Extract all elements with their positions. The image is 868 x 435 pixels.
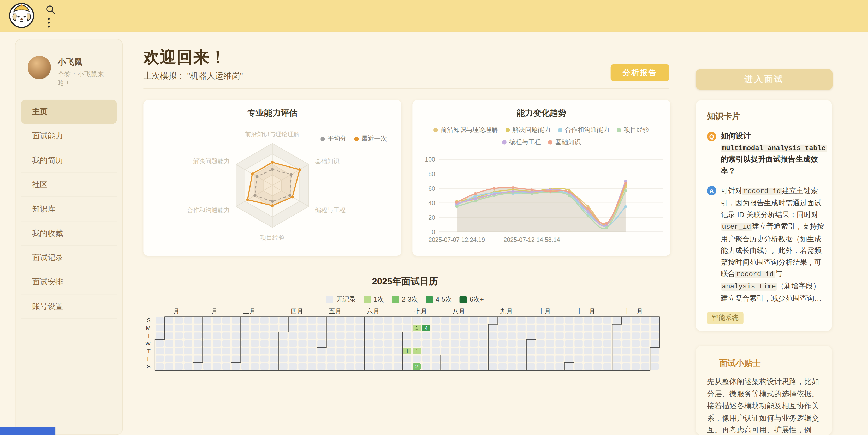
calendar-cell[interactable] (156, 355, 164, 362)
enter-interview-button[interactable]: 进入面试 (696, 69, 833, 90)
trend-legend-item[interactable]: 项目经验 (617, 126, 649, 134)
calendar-cell[interactable] (432, 317, 440, 323)
calendar-cell[interactable] (479, 333, 488, 339)
calendar-cell[interactable] (584, 325, 592, 331)
calendar-cell[interactable] (460, 355, 468, 362)
calendar-cell[interactable] (175, 325, 183, 331)
calendar-cell[interactable] (156, 348, 164, 354)
calendar-cell[interactable] (470, 317, 478, 323)
calendar-cell[interactable] (175, 340, 183, 346)
calendar-cell[interactable] (327, 355, 335, 362)
calendar-cell[interactable] (355, 317, 364, 323)
calendar-cell[interactable] (241, 333, 249, 339)
calendar-cell[interactable] (184, 340, 192, 346)
calendar-cell[interactable] (175, 317, 183, 323)
calendar-cell[interactable] (251, 340, 259, 346)
calendar-cell[interactable] (279, 325, 287, 331)
calendar-cell[interactable] (593, 355, 601, 362)
calendar-cell[interactable] (203, 340, 211, 346)
calendar-cell[interactable] (213, 325, 221, 331)
calendar-cell[interactable] (394, 325, 402, 331)
calendar-cell[interactable] (555, 363, 563, 370)
calendar-cell[interactable] (232, 363, 240, 370)
calendar-cell[interactable] (498, 340, 506, 346)
calendar-cell[interactable] (593, 317, 601, 323)
calendar-cell[interactable] (184, 363, 192, 370)
calendar-cell[interactable] (470, 340, 478, 346)
calendar-cell[interactable] (631, 363, 640, 370)
calendar-cell[interactable] (289, 333, 297, 339)
calendar-cell[interactable] (194, 348, 202, 354)
user-avatar[interactable] (28, 56, 51, 79)
calendar-cell[interactable] (384, 363, 392, 370)
calendar-cell[interactable] (479, 317, 488, 323)
calendar-cell[interactable] (260, 348, 268, 354)
calendar-cell[interactable] (622, 363, 630, 370)
calendar-cell[interactable] (441, 340, 450, 346)
calendar-cell[interactable] (603, 355, 611, 362)
calendar-cell[interactable] (156, 363, 164, 370)
calendar-cell[interactable] (374, 333, 382, 339)
calendar-cell[interactable] (575, 340, 583, 346)
calendar-cell[interactable] (470, 355, 478, 362)
calendar-cell[interactable] (336, 333, 344, 339)
calendar-cell[interactable] (365, 340, 373, 346)
calendar-cell[interactable] (222, 363, 230, 370)
calendar-cell[interactable] (432, 333, 440, 339)
calendar-cell[interactable] (603, 317, 611, 323)
calendar-cell[interactable] (251, 325, 259, 331)
calendar-cell[interactable] (346, 348, 354, 354)
calendar-cell[interactable] (298, 333, 306, 339)
calendar-cell[interactable] (565, 317, 573, 323)
calendar-cell[interactable] (441, 363, 450, 370)
calendar-cell[interactable] (622, 317, 630, 323)
calendar-cell[interactable] (213, 340, 221, 346)
trend-legend-item[interactable]: 合作和沟通能力 (558, 126, 609, 134)
calendar-cell[interactable] (489, 348, 497, 354)
calendar-cell[interactable] (451, 348, 459, 354)
calendar-cell[interactable] (536, 355, 545, 362)
calendar-cell[interactable] (251, 333, 259, 339)
knowledge-tag[interactable]: 智能系统 (707, 312, 744, 324)
calendar-cell[interactable] (575, 333, 583, 339)
calendar-cell[interactable] (374, 317, 382, 323)
calendar-cell[interactable] (213, 355, 221, 362)
calendar-cell[interactable] (517, 355, 525, 362)
calendar-cell[interactable] (308, 340, 316, 346)
calendar-cell[interactable] (270, 363, 278, 370)
calendar-cell[interactable] (203, 363, 211, 370)
calendar-cell[interactable] (327, 348, 335, 354)
calendar-cell[interactable] (631, 333, 640, 339)
calendar-cell[interactable] (575, 348, 583, 354)
calendar-cell[interactable] (546, 340, 554, 346)
calendar-cell[interactable] (603, 325, 611, 331)
calendar-cell[interactable] (622, 340, 630, 346)
calendar-cell[interactable] (241, 348, 249, 354)
calendar-cell[interactable] (317, 333, 326, 339)
calendar-cell[interactable] (222, 340, 230, 346)
calendar-cell[interactable] (298, 325, 306, 331)
calendar-cell[interactable] (232, 317, 240, 323)
calendar-cell[interactable] (479, 325, 488, 331)
calendar-cell[interactable] (489, 333, 497, 339)
calendar-cell[interactable] (527, 348, 535, 354)
calendar-cell[interactable] (365, 363, 373, 370)
calendar-cell[interactable] (270, 333, 278, 339)
calendar-cell[interactable] (536, 363, 545, 370)
calendar-cell[interactable] (374, 325, 382, 331)
calendar-cell[interactable] (584, 317, 592, 323)
calendar-cell[interactable] (384, 348, 392, 354)
calendar-cell[interactable] (527, 340, 535, 346)
calendar-cell[interactable] (374, 348, 382, 354)
calendar-cell[interactable] (270, 348, 278, 354)
calendar-cell[interactable] (489, 363, 497, 370)
calendar-cell[interactable] (184, 355, 192, 362)
calendar-cell[interactable] (460, 325, 468, 331)
calendar-cell[interactable] (651, 363, 659, 370)
calendar-cell[interactable] (298, 355, 306, 362)
calendar-cell[interactable] (175, 348, 183, 354)
calendar-cell[interactable] (346, 363, 354, 370)
calendar-cell[interactable] (508, 325, 516, 331)
calendar-cell[interactable] (346, 355, 354, 362)
calendar-cell[interactable] (622, 355, 630, 362)
